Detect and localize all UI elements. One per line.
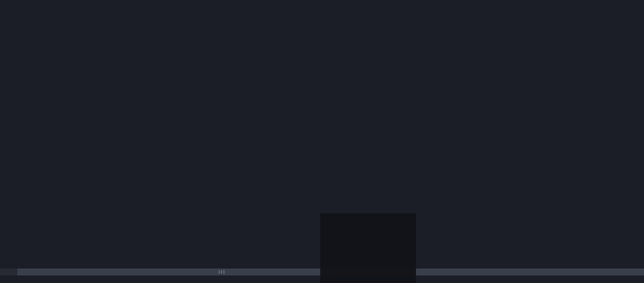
grip-dots-icon xyxy=(219,270,225,274)
tooltip-row xyxy=(320,268,416,283)
cursor-tooltip xyxy=(320,213,416,283)
tooltip-row xyxy=(320,251,416,268)
tooltip-row xyxy=(320,217,416,234)
tooltip-row xyxy=(320,234,416,251)
plot-area[interactable] xyxy=(0,0,644,283)
